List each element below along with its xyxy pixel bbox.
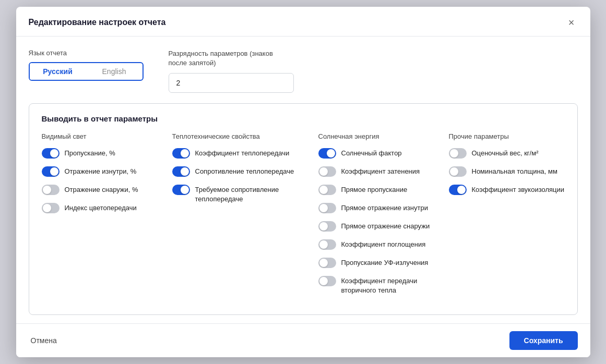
precision-input[interactable] <box>169 73 294 93</box>
param-reflection-outside: Отражение снаружи, % <box>65 184 138 195</box>
list-item: Сопротивление теплопередаче <box>172 166 308 177</box>
top-section: Язык отчета Русский English Разрядность … <box>29 49 578 93</box>
dialog-header: Редактирование настроек отчета × <box>16 7 590 37</box>
param-color-index: Индекс цветопередачи <box>65 202 137 213</box>
list-item: Оценочный вес, кг/м² <box>449 148 574 159</box>
toggle-direct-reflect-outside[interactable] <box>318 221 336 232</box>
toggle-solar-factor[interactable] <box>318 148 336 159</box>
param-sound-insulation: Коэффициент звукоизоляции <box>472 184 565 195</box>
language-toggle: Русский English <box>29 62 144 81</box>
language-label: Язык отчета <box>29 49 144 57</box>
toggle-shading-coeff[interactable] <box>318 166 336 177</box>
toggle-reflection-outside[interactable] <box>42 185 60 195</box>
list-item: Коэффициент поглощения <box>318 239 438 250</box>
params-box: Выводить в отчет параметры Видимый свет … <box>29 103 578 315</box>
col-title-other: Прочие параметры <box>449 132 574 140</box>
toggle-required-resistance[interactable] <box>172 185 190 195</box>
column-solar: Солнечная энергия Солнечный фактор Коэфф… <box>318 132 438 302</box>
col-title-thermal: Теплотехнические свойства <box>172 132 308 140</box>
precision-section: Разрядность параметров (знаковпосле запя… <box>169 49 294 93</box>
dialog-footer: Отмена Сохранить <box>16 323 590 357</box>
toggle-direct-transmittance[interactable] <box>318 185 336 195</box>
col-title-solar: Солнечная энергия <box>318 132 438 140</box>
param-shading-coeff: Коэффициент затенения <box>341 166 420 176</box>
param-reflection-inside: Отражение изнутри, % <box>65 166 137 176</box>
param-direct-transmittance: Прямое пропускание <box>341 184 408 195</box>
list-item: Требуемое сопротивление теплопередаче <box>172 184 308 203</box>
list-item: Коэффициент передачи вторичного тепла <box>318 275 438 295</box>
param-uv-transmittance: Пропускание УФ-излучения <box>341 257 429 268</box>
param-direct-reflect-inside: Прямое отражение изнутри <box>341 202 428 213</box>
toggle-direct-reflect-inside[interactable] <box>318 203 336 213</box>
toggle-transmittance[interactable] <box>42 148 60 159</box>
toggle-heat-resistance[interactable] <box>172 166 190 177</box>
cancel-button[interactable]: Отмена <box>29 332 59 349</box>
param-transmittance: Пропускание, % <box>65 148 115 158</box>
list-item: Солнечный фактор <box>318 148 438 159</box>
list-item: Индекс цветопередачи <box>42 202 162 213</box>
list-item: Коэффициент звукоизоляции <box>449 184 574 195</box>
lang-english-button[interactable]: English <box>86 63 142 80</box>
list-item: Коэффициент теплопередачи <box>172 148 308 159</box>
col-title-visible-light: Видимый свет <box>42 132 162 140</box>
list-item: Прямое отражение изнутри <box>318 202 438 213</box>
list-item: Пропускание, % <box>42 148 162 159</box>
params-title: Выводить в отчет параметры <box>42 114 565 123</box>
toggle-uv-transmittance[interactable] <box>318 258 336 268</box>
list-item: Отражение снаружи, % <box>42 184 162 195</box>
list-item: Прямое пропускание <box>318 184 438 195</box>
list-item: Отражение изнутри, % <box>42 166 162 177</box>
close-button[interactable]: × <box>565 16 578 29</box>
report-settings-dialog: Редактирование настроек отчета × Язык от… <box>16 7 590 357</box>
toggle-secondary-heat[interactable] <box>318 276 336 286</box>
toggle-absorption-coeff[interactable] <box>318 239 336 250</box>
lang-russian-button[interactable]: Русский <box>30 63 86 80</box>
param-required-resistance: Требуемое сопротивление теплопередаче <box>195 184 308 203</box>
save-button[interactable]: Сохранить <box>509 331 578 350</box>
param-nominal-thickness: Номинальная толщина, мм <box>472 166 557 176</box>
precision-label: Разрядность параметров (знаковпосле запя… <box>169 49 294 68</box>
param-secondary-heat: Коэффициент передачи вторичного тепла <box>341 275 438 295</box>
column-thermal: Теплотехнические свойства Коэффициент те… <box>172 132 308 302</box>
toggle-color-index[interactable] <box>42 203 60 213</box>
toggle-sound-insulation[interactable] <box>449 185 467 195</box>
toggle-weight[interactable] <box>449 148 467 159</box>
param-solar-factor: Солнечный фактор <box>341 148 402 158</box>
list-item: Пропускание УФ-излучения <box>318 257 438 268</box>
toggle-nominal-thickness[interactable] <box>449 166 467 177</box>
language-section: Язык отчета Русский English <box>29 49 144 81</box>
dialog-body: Язык отчета Русский English Разрядность … <box>16 37 590 323</box>
toggle-heat-transfer[interactable] <box>172 148 190 159</box>
toggle-reflection-inside[interactable] <box>42 166 60 177</box>
dialog-title: Редактирование настроек отчета <box>29 18 166 27</box>
list-item: Коэффициент затенения <box>318 166 438 177</box>
param-heat-resistance: Сопротивление теплопередаче <box>195 166 294 176</box>
params-columns: Видимый свет Пропускание, % Отражение из… <box>42 132 565 302</box>
column-other: Прочие параметры Оценочный вес, кг/м² Но… <box>449 132 574 302</box>
param-heat-transfer: Коэффициент теплопередачи <box>195 148 290 158</box>
list-item: Номинальная толщина, мм <box>449 166 574 177</box>
param-direct-reflect-outside: Прямое отражение снаружи <box>341 221 430 231</box>
param-absorption-coeff: Коэффициент поглощения <box>341 239 426 249</box>
column-visible-light: Видимый свет Пропускание, % Отражение из… <box>42 132 162 302</box>
param-weight: Оценочный вес, кг/м² <box>472 148 539 158</box>
list-item: Прямое отражение снаружи <box>318 221 438 232</box>
